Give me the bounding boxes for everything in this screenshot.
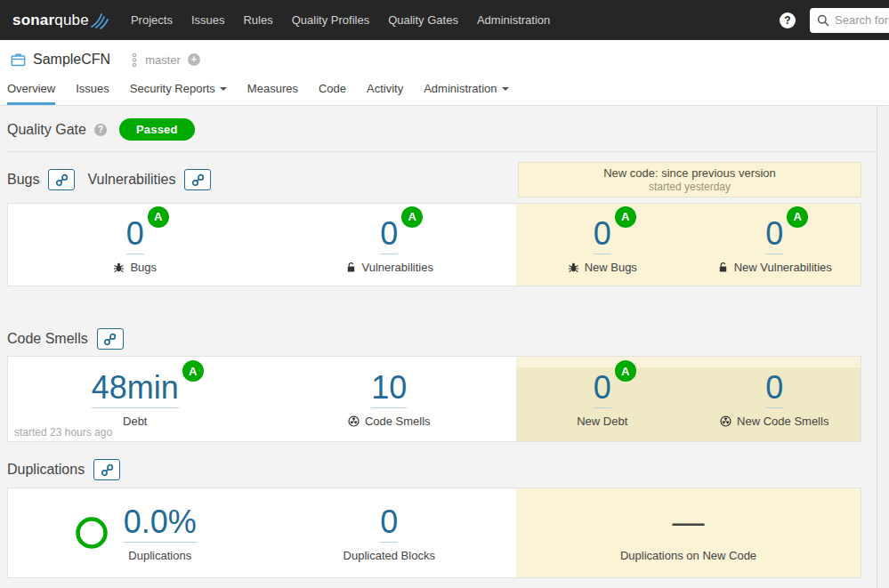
plus-circle-icon[interactable]: +: [188, 53, 200, 66]
chevron-down-icon: [220, 87, 227, 91]
bugs-measure-label: Bugs: [113, 261, 157, 274]
branch-indicator: master +: [130, 52, 200, 68]
link-icon: [103, 333, 117, 346]
link-icon: [191, 173, 205, 187]
measure-vulnerabilities: 0 A Vulnerabilities: [263, 204, 517, 286]
new-duplications-label-text: Duplications on New Code: [620, 549, 756, 562]
bugs-card-new-code: 0 A New Bugs: [516, 204, 861, 286]
logo-text-light: qube: [54, 12, 89, 28]
unlock-icon: [345, 262, 357, 273]
bugs-history-link-button[interactable]: [48, 169, 75, 190]
quality-gate-status-badge: Passed: [119, 118, 195, 141]
debt-label-text: Debt: [123, 415, 147, 428]
new-debt-label-text: New Debt: [577, 415, 627, 428]
logo-swoosh-icon: [90, 11, 111, 30]
tab-code[interactable]: Code: [319, 82, 346, 105]
duplicated-blocks-value-link[interactable]: 0: [380, 503, 398, 543]
new-bugs-measure-label: New Bugs: [568, 261, 637, 274]
bugs-section-header: Bugs Vulnerabilities: [7, 165, 223, 195]
unlock-icon: [717, 262, 729, 273]
tab-measures[interactable]: Measures: [247, 82, 298, 105]
measure-new-debt: 0 A New Debt: [516, 357, 689, 441]
vulnerabilities-history-link-button[interactable]: [184, 169, 211, 190]
code-smells-history-link-button[interactable]: [97, 328, 124, 350]
overview-content: Quality Gate ? Passed Bugs Vulnerabiliti…: [0, 106, 889, 588]
debt-rating-badge: A: [182, 360, 204, 382]
duplications-ring-icon: [74, 515, 109, 551]
bugs-title: Bugs: [7, 172, 39, 188]
nav-item-issues[interactable]: Issues: [191, 13, 225, 27]
code-smells-value-link[interactable]: 10: [371, 369, 407, 408]
bugs-card: 0 A Bugs: [7, 203, 861, 286]
bugs-value-link[interactable]: 0: [126, 215, 144, 254]
help-icon[interactable]: ?: [780, 12, 796, 28]
nav-menu: Projects Issues Rules Quality Profiles Q…: [131, 13, 550, 27]
bug-icon: [113, 262, 125, 273]
logo-text: sonarqube: [12, 9, 89, 32]
code-smell-icon: [720, 415, 731, 427]
sonarqube-page: sonarqube Projects Issues Rules Quality …: [0, 0, 889, 588]
code-smells-section-header: Code Smells: [7, 324, 136, 354]
tab-administration-label: Administration: [424, 82, 497, 95]
measure-new-duplications: — Duplications on New Code: [516, 488, 861, 577]
code-smells-title: Code Smells: [7, 331, 88, 347]
measure-duplicated-blocks: 0 Duplicated Blocks: [263, 488, 517, 577]
duplications-section-header: Duplications: [7, 455, 133, 485]
new-code-period-box: New code: since previous version started…: [518, 162, 861, 197]
project-header: SampleCFN master + Overview Issues Secur…: [0, 40, 889, 106]
tab-security-reports[interactable]: Security Reports: [130, 82, 227, 105]
code-smell-icon: [348, 415, 360, 427]
duplications-history-link-button[interactable]: [93, 459, 120, 480]
vulnerabilities-label-text: Vulnerabilities: [362, 261, 433, 274]
nav-item-rules[interactable]: Rules: [243, 13, 272, 27]
code-smells-measure-label: Code Smells: [348, 415, 431, 428]
quality-gate-title: Quality Gate: [7, 122, 86, 138]
chevron-down-icon: [502, 87, 509, 91]
vertical-scrollbar[interactable]: [877, 106, 889, 588]
measure-bugs: 0 A Bugs: [8, 204, 263, 286]
leak-strip: [516, 357, 861, 367]
debt-measure-label: Debt: [123, 415, 147, 428]
section-divider: [7, 151, 877, 152]
nav-item-quality-gates[interactable]: Quality Gates: [388, 13, 458, 27]
new-bugs-value-link[interactable]: 0: [594, 215, 611, 254]
nav-item-quality-profiles[interactable]: Quality Profiles: [292, 13, 369, 27]
vulnerabilities-measure-label: Vulnerabilities: [345, 261, 433, 274]
duplications-value-link[interactable]: 0.0%: [124, 503, 197, 543]
link-icon: [55, 173, 69, 187]
nav-item-administration[interactable]: Administration: [477, 13, 550, 27]
bugs-label-text: Bugs: [130, 261, 157, 274]
tab-activity[interactable]: Activity: [367, 82, 403, 105]
tab-overview[interactable]: Overview: [7, 82, 55, 105]
measure-new-code-smells: 0 New Code Smells: [689, 357, 861, 441]
project-name: SampleCFN: [33, 52, 110, 68]
nav-item-projects[interactable]: Projects: [131, 13, 173, 27]
new-code-smells-value-link[interactable]: 0: [765, 369, 783, 408]
tab-issues[interactable]: Issues: [76, 82, 109, 105]
duplicated-blocks-label-text: Duplicated Blocks: [343, 549, 435, 562]
bugs-rating-badge: A: [148, 206, 169, 228]
sonarqube-logo[interactable]: sonarqube: [12, 9, 111, 32]
measure-code-smells: 10 Code Smells: [263, 357, 517, 441]
vulnerabilities-value-link[interactable]: 0: [380, 215, 398, 254]
top-nav: sonarqube Projects Issues Rules Quality …: [0, 0, 889, 40]
duplications-card-new-code: — Duplications on New Code: [516, 488, 861, 577]
new-code-smells-label-text: New Code Smells: [737, 415, 828, 428]
new-vulnerabilities-measure-label: New Vulnerabilities: [717, 261, 832, 274]
debt-value-link[interactable]: 48min: [92, 369, 179, 408]
new-code-smells-measure-label: New Code Smells: [720, 415, 828, 428]
new-debt-measure-label: New Debt: [577, 415, 627, 428]
tab-security-reports-label: Security Reports: [130, 82, 215, 95]
search-box: [810, 8, 889, 33]
new-vulnerabilities-value-link[interactable]: 0: [765, 215, 783, 254]
duplicated-blocks-measure-label: Duplicated Blocks: [343, 549, 435, 562]
new-vulnerabilities-rating-badge: A: [787, 206, 808, 228]
quality-gate-help-icon[interactable]: ?: [94, 124, 107, 136]
code-smells-card: 48min A Debt 10: [7, 356, 861, 442]
tab-administration[interactable]: Administration: [424, 82, 508, 105]
new-debt-value-link[interactable]: 0: [594, 369, 611, 408]
measure-new-vulnerabilities: 0 A New Vulnerabilities: [689, 204, 861, 286]
code-smells-card-overall: 48min A Debt 10: [8, 357, 516, 441]
duplications-label-text: Duplications: [128, 549, 191, 562]
logo-text-bold: sonar: [12, 12, 54, 28]
